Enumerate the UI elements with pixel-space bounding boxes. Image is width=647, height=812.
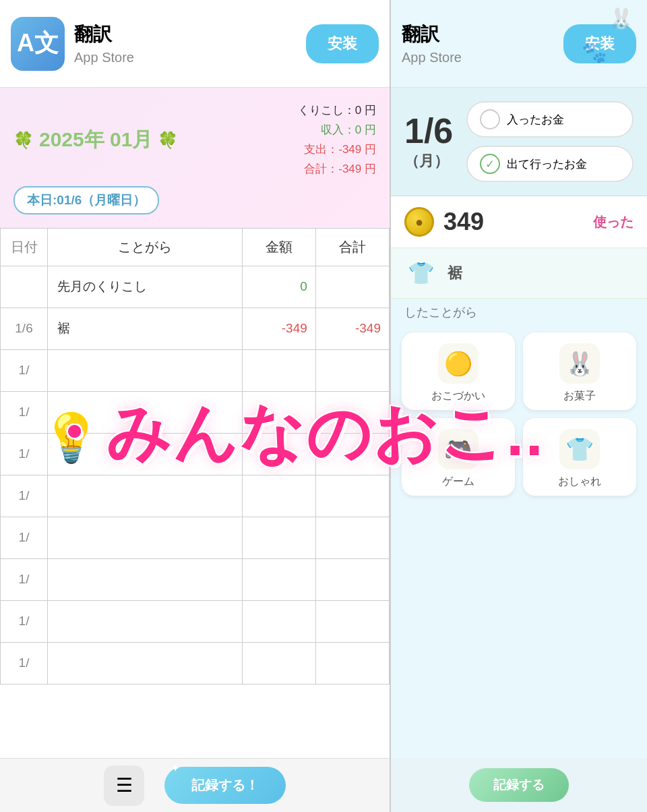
col-header-item: ことがら — [48, 228, 243, 266]
summary-header-left: 🍀 2025年 01月 🍀 くりこし：0 円 収入：0 円 支出：-349 円 … — [0, 88, 390, 228]
table-row[interactable]: 1/ — [1, 349, 390, 391]
cell-total — [315, 517, 389, 558]
table-row[interactable]: 1/6裾-349-349 — [1, 308, 390, 349]
cell-amount — [242, 391, 315, 433]
category-icon-1: 🐰 — [559, 343, 600, 384]
col-header-total: 合計 — [315, 228, 389, 266]
next-month-arrow[interactable]: 🍀 — [158, 131, 178, 150]
spent-label: 使った — [593, 213, 634, 231]
category-icon-3: 👕 — [559, 429, 600, 469]
spent-amount: 349 — [443, 208, 584, 236]
app-info: 翻訳 App Store — [74, 22, 306, 65]
big-date: 1/6 — [404, 112, 453, 150]
cell-amount: -349 — [242, 308, 315, 349]
date-display: 1/6 （月） — [404, 112, 453, 171]
col-header-date: 日付 — [1, 228, 48, 266]
summary-stats: くりこし：0 円 収入：0 円 支出：-349 円 合計：-349 円 — [298, 101, 376, 179]
cell-item: 先月のくりこし — [48, 266, 243, 308]
cell-amount: 0 — [242, 266, 315, 308]
total-stat: 合計：-349 円 — [298, 160, 376, 179]
cell-item — [48, 391, 243, 433]
table-row[interactable]: 1/ — [1, 475, 390, 517]
carryover-stat: くりこし：0 円 — [298, 101, 376, 121]
table-row[interactable]: 1/ — [1, 558, 390, 600]
cell-amount — [242, 642, 315, 684]
expense-circle: ✓ — [480, 154, 500, 174]
date-header-right: 1/6 （月） 入ったお金 ✓ 出て行ったお金 — [391, 88, 647, 196]
cell-amount — [242, 433, 315, 475]
cell-amount — [242, 349, 315, 391]
cell-item — [48, 349, 243, 391]
cell-date: 1/ — [1, 475, 48, 517]
cell-date: 1/ — [1, 558, 48, 600]
category-name-2: ゲーム — [442, 475, 474, 489]
expense-label: 出て行ったお金 — [507, 156, 587, 172]
app-title-right: 翻訳 — [402, 22, 563, 47]
cell-total — [315, 558, 389, 600]
cell-item: 裾 — [48, 308, 243, 349]
expense-button[interactable]: ✓ 出て行ったお金 — [466, 146, 634, 182]
category-icon-2: 🎮 — [438, 429, 479, 469]
right-panel: 翻訳 App Store 安装 1/6 （月） 入ったお金 ✓ 出て行ったお金 — [391, 0, 647, 812]
income-stat: 収入：0 円 — [298, 121, 376, 140]
record-button-left[interactable]: 記録する！ — [164, 767, 286, 804]
income-circle — [480, 109, 500, 129]
cell-item — [48, 475, 243, 517]
category-name-3: おしゃれ — [558, 475, 601, 489]
table-row[interactable]: 1/ — [1, 642, 390, 684]
menu-button[interactable]: ☰ — [104, 765, 144, 806]
app-subtitle: App Store — [74, 50, 306, 65]
cell-total — [315, 475, 389, 517]
day-label: （月） — [404, 151, 453, 171]
table-row[interactable]: 1/ — [1, 433, 390, 475]
table-row[interactable]: 1/ — [1, 517, 390, 558]
rabbit-deco-1: 🐰 — [609, 7, 634, 30]
category-name-0: おこづかい — [431, 389, 485, 403]
money-buttons: 入ったお金 ✓ 出て行ったお金 — [466, 101, 634, 182]
category-item-3[interactable]: 👕おしゃれ — [523, 418, 636, 496]
app-icon: A文 — [11, 17, 65, 71]
category-label: したことがら — [391, 299, 647, 326]
install-button-left[interactable]: 安装 — [306, 24, 379, 63]
cell-date: 1/ — [1, 600, 48, 642]
cell-date: 1/ — [1, 349, 48, 391]
category-name-1: お菓子 — [563, 389, 596, 403]
rabbit-deco-2: 🐾 — [582, 40, 607, 64]
cell-item — [48, 433, 243, 475]
cell-item — [48, 517, 243, 558]
ledger-table: 日付 ことがら 金額 合計 先月のくりこし01/6裾-349-3491/1/1/… — [0, 228, 390, 685]
bottom-bar-left: ☰ 記録する！ — [0, 758, 390, 812]
income-button[interactable]: 入ったお金 — [466, 101, 634, 138]
cell-total — [315, 391, 389, 433]
table-row[interactable]: 1/ — [1, 600, 390, 642]
app-subtitle-right: App Store — [402, 50, 563, 65]
app-bar-left: A文 翻訳 App Store 安装 — [0, 0, 390, 88]
month-row: 🍀 2025年 01月 🍀 くりこし：0 円 収入：0 円 支出：-349 円 … — [13, 101, 376, 179]
category-item-1[interactable]: 🐰お菓子 — [523, 332, 636, 410]
table-row[interactable]: 先月のくりこし0 — [1, 266, 390, 308]
category-grid: 🟡おこづかい🐰お菓子🎮ゲーム👕おしゃれ — [391, 326, 647, 502]
spent-area: ● 349 使った — [391, 196, 647, 248]
table-row[interactable]: 1/ — [1, 391, 390, 433]
cell-date: 1/ — [1, 391, 48, 433]
cell-item — [48, 600, 243, 642]
col-header-amount: 金額 — [242, 228, 315, 266]
category-item-2[interactable]: 🎮ゲーム — [402, 418, 515, 496]
today-badge: 本日:01/6（月曜日） — [13, 186, 159, 214]
month-text: 2025年 01月 — [39, 126, 152, 154]
left-panel: A文 翻訳 App Store 安装 🍀 2025年 01月 🍀 — [0, 0, 391, 812]
month-display: 🍀 2025年 01月 🍀 — [13, 126, 178, 154]
cell-total: -349 — [315, 308, 389, 349]
cell-date — [1, 266, 48, 308]
category-icon-0: 🟡 — [438, 343, 479, 384]
cell-item — [48, 642, 243, 684]
cell-date: 1/ — [1, 433, 48, 475]
table-container: 日付 ことがら 金額 合計 先月のくりこし01/6裾-349-3491/1/1/… — [0, 228, 390, 758]
record-button-right[interactable]: 記録する — [469, 768, 569, 802]
bottom-bar-right: 記録する — [391, 758, 647, 812]
cell-amount — [242, 558, 315, 600]
app-icon-text: A文 — [17, 27, 59, 60]
category-item-0[interactable]: 🟡おこづかい — [402, 332, 515, 410]
cell-total — [315, 642, 389, 684]
prev-month-arrow[interactable]: 🍀 — [13, 131, 34, 150]
